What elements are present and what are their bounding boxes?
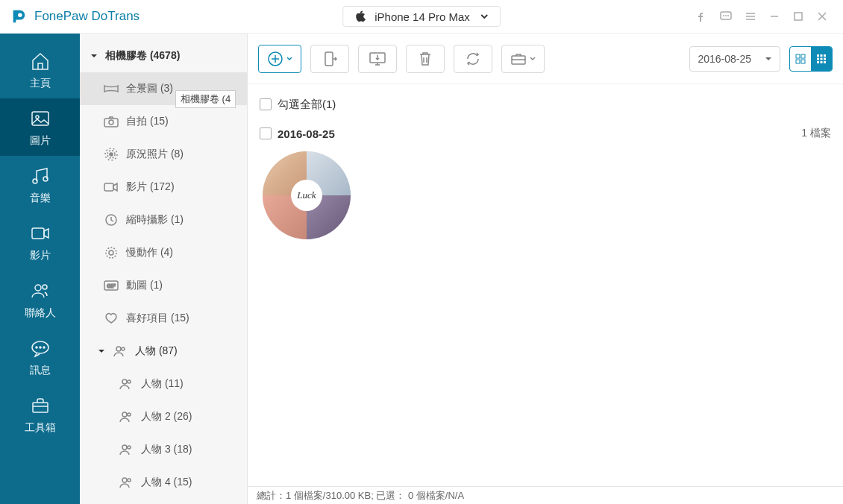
tree-label: 人物 (87) (135, 344, 178, 358)
thumbnail-row: Luck (260, 151, 831, 239)
svg-rect-40 (325, 52, 333, 66)
nav-contacts[interactable]: 聯絡人 (0, 271, 80, 328)
date-picker[interactable]: 2016-08-25 (689, 46, 780, 72)
svg-rect-10 (32, 228, 44, 239)
tree-people-4[interactable]: 人物 4 (15) (80, 466, 247, 499)
close-button[interactable] (816, 10, 828, 22)
tree-people[interactable]: 人物 (87) (80, 335, 247, 368)
contacts-icon (29, 280, 51, 302)
grid-icon (795, 54, 806, 64)
svg-rect-47 (817, 54, 819, 57)
svg-point-35 (122, 445, 127, 450)
svg-rect-48 (821, 54, 823, 57)
view-grid-small[interactable] (811, 47, 832, 71)
people-icon (113, 344, 128, 358)
album-button[interactable] (501, 45, 545, 73)
status-text: 總計：1 個檔案/310.00 KB; 已選： 0 個檔案/N/A (257, 489, 464, 503)
svg-rect-49 (824, 54, 826, 57)
clock-icon (104, 213, 119, 227)
photo-icon (29, 107, 51, 130)
export-to-device-button[interactable] (310, 45, 349, 73)
tree-live[interactable]: 原況照片 (8) (80, 138, 247, 171)
nav-contacts-label: 聯絡人 (25, 306, 56, 320)
tree-camera-roll[interactable]: 相機膠卷 (4678) (80, 40, 247, 72)
tree-favorites[interactable]: 喜好項目 (15) (80, 302, 247, 335)
nav-videos[interactable]: 影片 (0, 213, 80, 271)
nav-music[interactable]: 音樂 (0, 156, 80, 213)
tree-label: 動圖 (1) (126, 279, 163, 292)
nav-photos-label: 圖片 (30, 134, 51, 148)
tree-label: 人物 4 (15) (141, 476, 192, 489)
device-name: iPhone 14 Pro Max (375, 10, 470, 23)
tree-selfie[interactable]: 自拍 (15) (80, 105, 247, 138)
tree-label: 縮時攝影 (1) (126, 213, 184, 227)
heart-icon (104, 312, 119, 325)
export-to-pc-button[interactable] (358, 45, 397, 73)
tree-label: 相機膠卷 (4678) (105, 49, 180, 63)
nav-toolbox[interactable]: 工具箱 (0, 385, 80, 443)
live-icon (104, 148, 119, 161)
tree-people-3[interactable]: 人物 3 (18) (80, 433, 247, 466)
svg-point-33 (122, 412, 127, 417)
minimize-button[interactable] (768, 10, 780, 22)
tree-slomo[interactable]: 慢動作 (4) (80, 236, 247, 269)
select-all-row[interactable]: 勾選全部(1) (260, 93, 831, 116)
menu-icon[interactable] (745, 10, 756, 22)
camera-icon (104, 115, 119, 128)
nav-messages[interactable]: 訊息 (0, 328, 80, 385)
delete-button[interactable] (406, 45, 445, 73)
select-all-checkbox[interactable] (260, 98, 272, 110)
nav-photos[interactable]: 圖片 (0, 98, 80, 156)
svg-rect-43 (796, 54, 800, 58)
svg-rect-5 (795, 13, 802, 20)
trash-icon (418, 51, 433, 67)
svg-point-3 (725, 15, 727, 16)
logo-icon (10, 8, 27, 25)
svg-rect-52 (824, 57, 826, 60)
facebook-icon[interactable] (695, 10, 707, 22)
photo-list: 勾選全部(1) 2016-08-25 1 檔案 Luck (248, 84, 843, 486)
svg-rect-6 (32, 112, 48, 125)
svg-rect-17 (33, 403, 48, 412)
refresh-button[interactable] (454, 45, 492, 73)
svg-rect-55 (824, 61, 826, 63)
tree-people-1[interactable]: 人物 (11) (80, 368, 247, 400)
view-grid-large[interactable] (790, 47, 811, 71)
photo-thumbnail[interactable]: Luck (263, 151, 351, 239)
svg-point-29 (116, 347, 121, 351)
content-area: 2016-08-25 勾選全部(1) 2016-08-25 1 檔案 (248, 34, 843, 504)
svg-rect-54 (821, 61, 823, 63)
add-button[interactable] (258, 45, 301, 73)
titlebar-controls (695, 10, 843, 23)
tree-timelapse[interactable]: 縮時攝影 (1) (80, 204, 247, 236)
tree-label: 原況照片 (8) (126, 148, 184, 161)
device-selector[interactable]: iPhone 14 Pro Max (342, 6, 501, 27)
svg-point-7 (36, 116, 39, 119)
group-date: 2016-08-25 (278, 127, 335, 140)
tooltip: 相機膠卷 (4 (175, 90, 236, 108)
tree-label: 全景圖 (3) (126, 82, 173, 95)
refresh-icon (465, 51, 481, 67)
titlebar: FonePaw DoTrans iPhone 14 Pro Max (0, 0, 843, 34)
svg-point-15 (40, 347, 41, 348)
tree-videos[interactable]: 影片 (172) (80, 171, 247, 204)
group-count: 1 檔案 (801, 127, 831, 140)
group-checkbox[interactable] (260, 127, 272, 139)
svg-point-25 (106, 248, 116, 258)
feedback-icon[interactable] (719, 10, 733, 23)
tree-gif[interactable]: GIF 動圖 (1) (80, 269, 247, 302)
nav-home-label: 主頁 (30, 77, 51, 90)
people-icon (119, 476, 134, 489)
panorama-icon (104, 82, 119, 95)
tree-label: 慢動作 (4) (126, 246, 173, 259)
tree-people-2[interactable]: 人物 2 (26) (80, 400, 247, 433)
svg-point-16 (43, 347, 45, 348)
toolbar: 2016-08-25 (248, 34, 843, 84)
chevron-down-icon (530, 56, 536, 62)
nav-home[interactable]: 主頁 (0, 41, 80, 98)
date-group-header[interactable]: 2016-08-25 1 檔案 (260, 123, 831, 144)
messages-icon (29, 337, 51, 359)
svg-rect-23 (104, 183, 113, 191)
chevron-down-icon (286, 56, 292, 62)
maximize-button[interactable] (792, 10, 804, 22)
